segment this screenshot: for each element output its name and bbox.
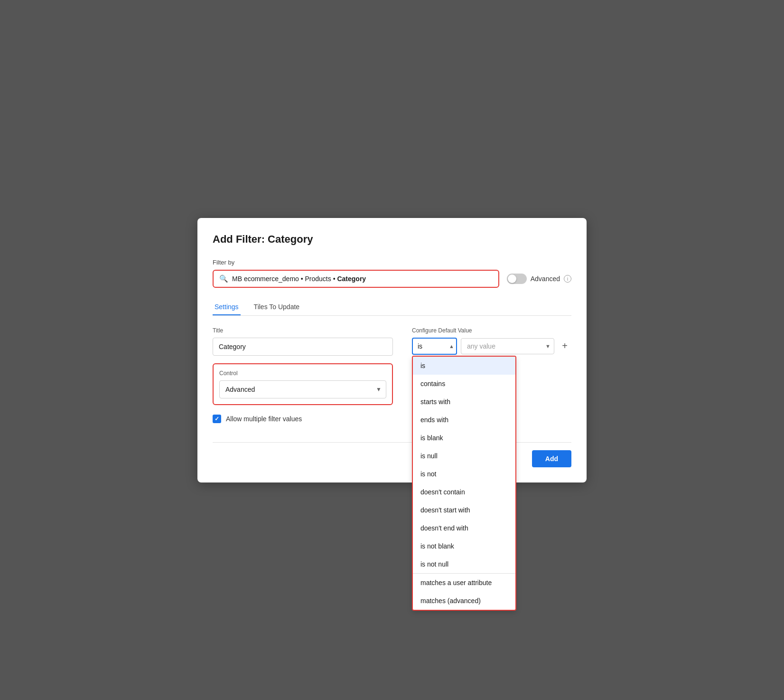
tab-tiles-to-update[interactable]: Tiles To Update: [252, 299, 302, 315]
allow-multiple-row: Allow multiple filter values: [213, 415, 393, 423]
operator-select-wrapper: is contains ▲: [412, 338, 457, 355]
dropdown-item-is-not[interactable]: is not: [413, 465, 515, 483]
advanced-toggle[interactable]: [507, 274, 527, 284]
control-select[interactable]: Advanced Basic Custom: [219, 380, 386, 398]
dropdown-item-is-not-blank[interactable]: is not blank: [413, 537, 515, 555]
dropdown-item-is-blank[interactable]: is blank: [413, 429, 515, 447]
filter-input-text: MB ecommerce_demo • Products • Category: [232, 275, 366, 283]
tabs-row: Settings Tiles To Update: [213, 299, 571, 316]
dropdown-item-doesnt-start[interactable]: doesn't start with: [413, 501, 515, 519]
dialog-title: Add Filter: Category: [213, 233, 571, 246]
dropdown-item-starts-with[interactable]: starts with: [413, 393, 515, 411]
dropdown-item-ends-with[interactable]: ends with: [413, 411, 515, 429]
allow-multiple-label: Allow multiple filter values: [226, 415, 302, 423]
dropdown-item-contains[interactable]: contains: [413, 375, 515, 393]
control-select-wrapper: Advanced Basic Custom ▼: [219, 380, 386, 398]
dropdown-item-is-null[interactable]: is null: [413, 447, 515, 465]
dropdown-item-matches-advanced[interactable]: matches (advanced): [413, 592, 515, 610]
filter-by-label: Filter by: [213, 259, 571, 266]
dialog-footer: Cancel Add: [213, 442, 571, 467]
dropdown-item-matches-user[interactable]: matches a user attribute: [413, 573, 515, 592]
title-input[interactable]: [213, 338, 393, 356]
add-value-button[interactable]: +: [558, 340, 571, 353]
add-filter-dialog: Add Filter: Category Filter by 🔍 MB ecom…: [197, 218, 587, 482]
control-box: Control Advanced Basic Custom ▼: [213, 363, 393, 405]
two-col-layout: Title Control Advanced Basic Custom ▼ Al…: [213, 327, 571, 423]
advanced-label: Advanced: [531, 275, 560, 283]
control-label: Control: [219, 370, 386, 377]
dropdown-item-is[interactable]: is: [413, 357, 515, 375]
add-button[interactable]: Add: [532, 450, 571, 467]
right-col: Configure Default Value is contains ▲ an…: [412, 327, 571, 355]
filter-by-row: 🔍 MB ecommerce_demo • Products • Categor…: [213, 270, 571, 288]
operator-dropdown: is contains starts with ends with is bla…: [412, 356, 516, 611]
value-select-wrapper: any value ▼: [461, 338, 554, 354]
allow-multiple-checkbox[interactable]: [213, 415, 221, 423]
configure-label: Configure Default Value: [412, 327, 571, 334]
search-icon: 🔍: [219, 274, 228, 283]
advanced-toggle-area: Advanced i: [507, 274, 571, 284]
dropdown-item-is-not-null[interactable]: is not null: [413, 555, 515, 573]
dropdown-item-doesnt-end[interactable]: doesn't end with: [413, 519, 515, 537]
left-col: Title Control Advanced Basic Custom ▼ Al…: [213, 327, 393, 423]
filter-input-wrapper[interactable]: 🔍 MB ecommerce_demo • Products • Categor…: [213, 270, 499, 288]
title-field-label: Title: [213, 327, 393, 334]
value-select[interactable]: any value: [461, 338, 554, 354]
info-icon[interactable]: i: [564, 275, 571, 283]
configure-row: is contains ▲ any value ▼ + is contains …: [412, 338, 571, 355]
operator-select[interactable]: is contains: [412, 338, 457, 355]
tab-settings[interactable]: Settings: [213, 299, 241, 315]
dropdown-item-doesnt-contain[interactable]: doesn't contain: [413, 483, 515, 501]
